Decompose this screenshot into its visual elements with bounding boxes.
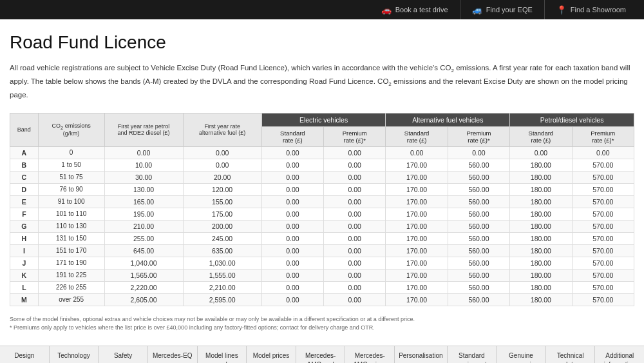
- bottom-nav-technical-data[interactable]: Technical data: [546, 346, 596, 363]
- pet-std-cell: 180.00: [510, 293, 572, 306]
- book-test-drive-nav[interactable]: 🚗 Book a test drive: [370, 0, 460, 19]
- pet-prem-cell: 570.00: [572, 244, 634, 257]
- petrol-cell: 130.00: [104, 183, 183, 195]
- pet-prem-cell: 570.00: [572, 232, 634, 244]
- table-row: G 110 to 130 210.00 200.00 0.00 0.00 170…: [10, 220, 634, 232]
- table-body: A 0 0.00 0.00 0.00 0.00 0.00 0.00 0.00 0…: [10, 146, 634, 306]
- pet-std-cell: 180.00: [510, 244, 572, 257]
- pet-std-cell: 180.00: [510, 208, 572, 220]
- eqe-car-icon: 🚙: [472, 5, 482, 15]
- alt-prem-cell: 560.00: [448, 257, 509, 269]
- top-navigation: 🚗 Book a test drive 🚙 Find your EQE 📍 Fi…: [0, 0, 644, 19]
- elec-std-cell: 0.00: [261, 244, 323, 257]
- find-eqe-nav[interactable]: 🚙 Find your EQE: [460, 0, 544, 19]
- bottom-nav-model-lines[interactable]: Model lines and upholstery: [198, 346, 247, 363]
- pet-prem-cell: 570.00: [572, 293, 634, 306]
- elec-std-cell: 0.00: [261, 269, 323, 281]
- table-row: E 91 to 100 165.00 155.00 0.00 0.00 170.…: [10, 195, 634, 208]
- petrol-cell: 10.00: [104, 159, 183, 171]
- elec-std-cell: 0.00: [261, 232, 323, 244]
- petrol-cell: 2,605.00: [104, 293, 183, 306]
- elec-prem-cell: 0.00: [324, 195, 386, 208]
- co2-cell: 151 to 170: [38, 244, 104, 257]
- bottom-nav-genuine-accessories[interactable]: Genuine accessories: [497, 346, 546, 363]
- alt-std-cell: 170.00: [386, 244, 448, 257]
- bottom-nav-mercedes-amg-prices[interactable]: Mercedes-AMG prices: [345, 346, 395, 363]
- band-cell: B: [10, 159, 39, 171]
- elec-prem-cell: 0.00: [324, 257, 386, 269]
- elec-std-cell: 0.00: [261, 220, 323, 232]
- pet-prem-cell: 570.00: [572, 171, 634, 183]
- bottom-nav-safety[interactable]: Safety: [99, 346, 148, 363]
- alt-std-cell: 170.00: [386, 232, 448, 244]
- pet-std-cell: 180.00: [510, 159, 572, 171]
- co2-cell: 131 to 150: [38, 232, 104, 244]
- co2-cell: 191 to 225: [38, 269, 104, 281]
- alt-fuel-cell: 155.00: [183, 195, 261, 208]
- petrol-cell: 0.00: [104, 146, 183, 159]
- find-showroom-nav[interactable]: 📍 Find a Showroom: [544, 0, 638, 19]
- petrol-diesel-vehicles-header: Petrol/diesel vehicles: [510, 113, 634, 126]
- bottom-nav-model-prices[interactable]: Model prices: [247, 346, 296, 363]
- bottom-nav-mercedes-amg-upholstery[interactable]: Mercedes-AMG and upholstery: [296, 346, 346, 363]
- elec-std-cell: 0.00: [261, 195, 323, 208]
- bottom-nav-technology[interactable]: Technology: [50, 346, 99, 363]
- table-row: F 101 to 110 195.00 175.00 0.00 0.00 170…: [10, 208, 634, 220]
- main-content: Road Fund Licence All road vehicle regis…: [0, 19, 644, 339]
- alt-std-cell: 0.00: [386, 146, 448, 159]
- co2-cell: 171 to 190: [38, 257, 104, 269]
- bottom-nav-design[interactable]: Design: [0, 346, 50, 363]
- alt-std-cell: 170.00: [386, 195, 448, 208]
- alt-std-cell: 170.00: [386, 281, 448, 293]
- electric-vehicles-header: Electric vehicles: [261, 113, 386, 126]
- pet-prem-cell: 570.00: [572, 257, 634, 269]
- pet-std-cell: 180.00: [510, 183, 572, 195]
- petrol-cell: 255.00: [104, 232, 183, 244]
- elec-prem-cell: 0.00: [324, 293, 386, 306]
- elec-std-cell: 0.00: [261, 183, 323, 195]
- pet-std-cell: 180.00: [510, 195, 572, 208]
- elec-prem-cell: 0.00: [324, 220, 386, 232]
- alt-prem-cell: 0.00: [448, 146, 509, 159]
- bottom-nav-standard-equipment[interactable]: Standard equipment: [448, 346, 497, 363]
- band-cell: G: [10, 220, 39, 232]
- bottom-nav-personalisation[interactable]: Personalisation: [395, 346, 447, 363]
- location-icon: 📍: [556, 5, 567, 15]
- table-row: M over 255 2,605.00 2,595.00 0.00 0.00 1…: [10, 293, 634, 306]
- pet-prem-cell: 570.00: [572, 220, 634, 232]
- bottom-nav-mercedes-eq[interactable]: Mercedes-EQ: [148, 346, 198, 363]
- pet-prem-cell: 570.00: [572, 159, 634, 171]
- alt-fuel-cell: 1,030.00: [183, 257, 261, 269]
- alt-prem-cell: 560.00: [448, 293, 509, 306]
- elec-std-cell: 0.00: [261, 146, 323, 159]
- elec-prem-cell: 0.00: [324, 244, 386, 257]
- band-cell: F: [10, 208, 39, 220]
- band-cell: K: [10, 269, 39, 281]
- pet-prem-cell: 570.00: [572, 208, 634, 220]
- alt-std-cell: 170.00: [386, 159, 448, 171]
- alt-std-rate-header: Standardrate (£): [386, 126, 448, 146]
- petrol-cell: 165.00: [104, 195, 183, 208]
- elec-std-cell: 0.00: [261, 208, 323, 220]
- co2-cell: 91 to 100: [38, 195, 104, 208]
- alt-prem-cell: 560.00: [448, 183, 509, 195]
- elec-prem-rate-header: Premiumrate (£)*: [324, 126, 386, 146]
- table-row: C 51 to 75 30.00 20.00 0.00 0.00 170.00 …: [10, 171, 634, 183]
- band-cell: H: [10, 232, 39, 244]
- elec-std-rate-header: Standardrate (£): [261, 126, 323, 146]
- alt-fuel-vehicles-header: Alternative fuel vehicles: [386, 113, 510, 126]
- elec-std-cell: 0.00: [261, 159, 323, 171]
- alt-fuel-cell: 1,555.00: [183, 269, 261, 281]
- co2-cell: 101 to 110: [38, 208, 104, 220]
- pet-prem-cell: 570.00: [572, 183, 634, 195]
- pet-std-cell: 180.00: [510, 281, 572, 293]
- alt-fuel-cell: 2,595.00: [183, 293, 261, 306]
- footnote-2: * Premiums only apply to vehicles where …: [10, 324, 634, 333]
- bottom-nav-additional-information[interactable]: Additional information: [595, 346, 644, 363]
- find-eqe-label: Find your EQE: [486, 6, 533, 14]
- elec-prem-cell: 0.00: [324, 281, 386, 293]
- elec-prem-cell: 0.00: [324, 183, 386, 195]
- pet-std-cell: 180.00: [510, 220, 572, 232]
- alt-prem-cell: 560.00: [448, 269, 509, 281]
- petrol-cell: 645.00: [104, 244, 183, 257]
